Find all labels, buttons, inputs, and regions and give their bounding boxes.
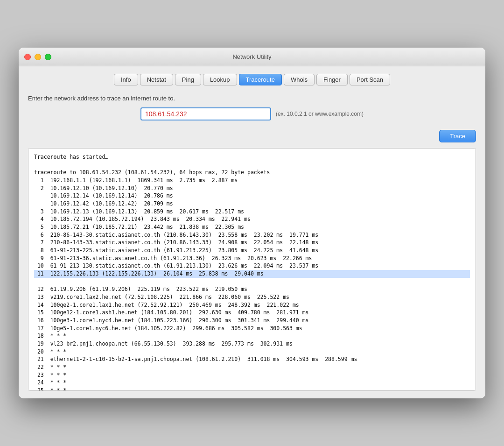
tab-traceroute[interactable]: Traceroute — [239, 74, 282, 85]
main-window: Network Utility Info Netstat Ping Lookup… — [19, 48, 485, 398]
output-text: Traceroute has started… traceroute to 10… — [34, 153, 470, 391]
tab-finger[interactable]: Finger — [316, 74, 348, 85]
input-row: (ex. 10.0.2.1 or www.example.com) — [28, 107, 476, 120]
input-hint: (ex. 10.0.2.1 or www.example.com) — [276, 111, 364, 117]
tab-info[interactable]: Info — [114, 74, 138, 85]
titlebar: Network Utility — [19, 48, 485, 66]
trace-button[interactable]: Trace — [439, 130, 476, 142]
close-button[interactable] — [24, 54, 31, 60]
description-text: Enter the network address to trace an in… — [28, 95, 476, 102]
tab-netstat[interactable]: Netstat — [140, 74, 173, 85]
output-area[interactable]: Traceroute has started… traceroute to 10… — [28, 148, 476, 391]
tab-ping[interactable]: Ping — [175, 74, 201, 85]
minimize-button[interactable] — [35, 54, 41, 60]
traffic-lights — [24, 54, 51, 60]
tab-bar: Info Netstat Ping Lookup Traceroute Whoi… — [28, 74, 476, 85]
action-row: Trace — [28, 130, 476, 142]
tab-portscan[interactable]: Port Scan — [350, 74, 390, 85]
tab-lookup[interactable]: Lookup — [203, 74, 237, 85]
maximize-button[interactable] — [45, 54, 51, 60]
tab-whois[interactable]: Whois — [284, 74, 315, 85]
window-title: Network Utility — [232, 53, 271, 60]
content-area: Info Netstat Ping Lookup Traceroute Whoi… — [19, 66, 485, 398]
address-input[interactable] — [140, 107, 271, 120]
